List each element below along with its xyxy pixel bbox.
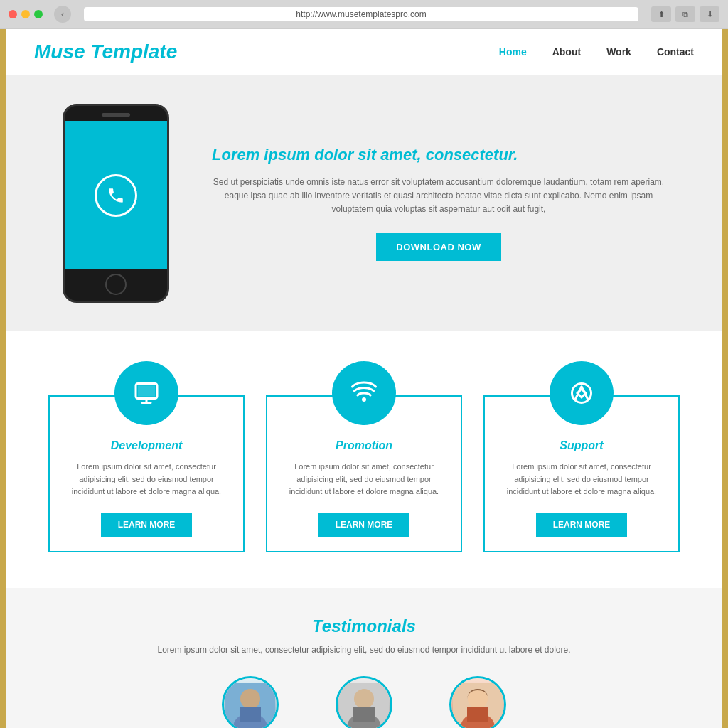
- development-learn-more-button[interactable]: Learn More: [101, 513, 193, 537]
- support-icon: [550, 361, 614, 425]
- svg-rect-13: [353, 707, 375, 722]
- website-content: Muse Template Home About Work Contact Lo…: [6, 29, 722, 728]
- share-button[interactable]: ⬆: [651, 6, 671, 22]
- site-nav: Home About Work Contact: [499, 46, 694, 58]
- avatar-3: [449, 676, 506, 728]
- dot-yellow[interactable]: [21, 10, 30, 18]
- testimonials-avatars: [48, 676, 680, 728]
- dot-red[interactable]: [9, 10, 17, 18]
- back-button[interactable]: ‹: [54, 6, 71, 23]
- svg-rect-9: [240, 707, 261, 722]
- testimonials-title: Testimonials: [48, 616, 680, 636]
- url-bar[interactable]: http://www.musetemplatespro.com: [84, 7, 638, 21]
- hero-section: Lorem ipsum dolor sit amet, consectetur.…: [6, 75, 722, 331]
- download-button[interactable]: ⬇: [700, 6, 719, 22]
- nav-contact[interactable]: Contact: [657, 46, 694, 58]
- hero-content: Lorem ipsum dolor sit amet, consectetur.…: [212, 146, 665, 262]
- browser-dots: [9, 10, 43, 18]
- avatar-person-3: [451, 676, 504, 728]
- browser-titlebar: ‹ http://www.musetemplatespro.com ⬆ ⧉ ⬇: [0, 0, 728, 28]
- svg-point-11: [354, 689, 374, 709]
- site-logo: Muse Template: [34, 41, 177, 63]
- browser-actions: ⬆ ⧉ ⬇: [651, 6, 719, 22]
- service-card-promotion: Promotion Lorem ipsum dolor sit amet, co…: [266, 395, 462, 552]
- svg-rect-17: [467, 707, 488, 722]
- browser-nav: ‹: [54, 6, 71, 23]
- support-title: Support: [499, 439, 664, 452]
- nav-work[interactable]: Work: [606, 46, 631, 58]
- hero-title: Lorem ipsum dolor sit amet, consectetur.: [212, 146, 665, 164]
- testimonials-subtitle: Lorem ipsum dolor sit amet, consectetur …: [48, 645, 680, 655]
- promotion-learn-more-button[interactable]: Learn More: [318, 513, 410, 537]
- avatar-person-2: [338, 676, 390, 728]
- testimonials-section: Testimonials Lorem ipsum dolor sit amet,…: [6, 588, 722, 728]
- services-section: Development Lorem ipsum dolor sit amet, …: [6, 331, 722, 588]
- promotion-title: Promotion: [282, 439, 446, 452]
- nav-about[interactable]: About: [552, 46, 581, 58]
- development-icon: [114, 361, 178, 425]
- service-card-support: Support Lorem ipsum dolor sit amet, cons…: [483, 395, 680, 552]
- phone-speaker: [102, 113, 130, 117]
- phone-call-icon: [95, 174, 137, 217]
- development-text: Lorem ipsum dolor sit amet, consectetur …: [64, 461, 229, 498]
- promotion-text: Lorem ipsum dolor sit amet, consectetur …: [282, 461, 446, 498]
- development-title: Development: [64, 439, 229, 452]
- phone-home-button: [105, 274, 127, 295]
- svg-rect-1: [138, 386, 155, 397]
- support-text: Lorem ipsum dolor sit amet, consectetur …: [499, 461, 664, 498]
- duplicate-button[interactable]: ⧉: [675, 6, 695, 22]
- svg-point-2: [362, 397, 366, 402]
- hero-text: Sed ut perspiciatis unde omnis iste natu…: [212, 176, 665, 217]
- download-now-button[interactable]: Download Now: [376, 233, 500, 261]
- avatar-2: [336, 676, 392, 728]
- dot-green[interactable]: [34, 10, 43, 18]
- svg-point-7: [240, 689, 260, 709]
- avatar-1: [222, 676, 279, 728]
- site-header: Muse Template Home About Work Contact: [6, 29, 722, 75]
- support-learn-more-button[interactable]: Learn More: [536, 513, 628, 537]
- phone-screen: [65, 121, 167, 269]
- promotion-icon: [332, 361, 396, 425]
- service-card-development: Development Lorem ipsum dolor sit amet, …: [48, 395, 245, 552]
- phone-mockup: [63, 104, 169, 303]
- browser-chrome: ‹ http://www.musetemplatespro.com ⬆ ⧉ ⬇: [0, 0, 728, 29]
- nav-home[interactable]: Home: [499, 46, 527, 58]
- avatar-person-1: [224, 676, 277, 728]
